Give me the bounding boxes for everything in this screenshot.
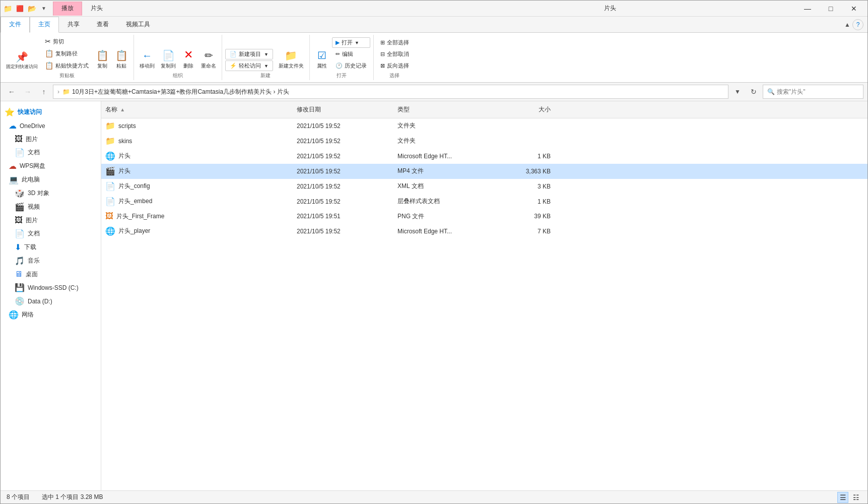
file-type: XML 文档 (393, 181, 494, 192)
sidebar-item-ssd[interactable]: 💾 Windows-SSD (C:) (1, 281, 101, 294)
open-label: 打开 (342, 39, 353, 46)
copy-path-icon: 📋 (45, 49, 53, 57)
file-type: 文件夹 (393, 136, 494, 146)
sidebar-item-pic[interactable]: 🖼 图片 (1, 214, 101, 227)
save-icon: 🟥 (15, 4, 25, 14)
sidebar-label-ssd: Windows-SSD (C:) (28, 284, 79, 291)
sidebar-item-desktop[interactable]: 🖥 桌面 (1, 268, 101, 281)
sidebar-label-pictures-od: 图片 (26, 135, 38, 144)
table-row[interactable]: 📄 片头_embed 2021/10/5 19:52 层叠样式表文档 1 KB (101, 194, 867, 209)
maximize-button[interactable]: □ (819, 1, 842, 17)
table-row[interactable]: 🎬 片头 2021/10/5 19:52 MP4 文件 3,363 KB (101, 164, 867, 179)
invert-button[interactable]: ⊠ 反向选择 (377, 60, 413, 71)
search-input[interactable] (777, 88, 859, 95)
rename-button[interactable]: ✏ 重命名 (198, 48, 219, 71)
sidebar-item-quick-access[interactable]: ⭐ 快速访问 (1, 105, 101, 119)
status-info: 8 个项目 (7, 493, 30, 501)
tab-bofang[interactable]: 播放 (53, 2, 82, 16)
select-none-button[interactable]: ⊟ 全部取消 (377, 49, 413, 59)
copy-button[interactable]: 📋 复制 (93, 48, 111, 71)
table-row[interactable]: 📁 skins 2021/10/5 19:52 文件夹 (101, 134, 867, 149)
sidebar-item-onedrive[interactable]: ☁ OneDrive (1, 119, 101, 133)
sidebar-item-download[interactable]: ⬇ 下载 (1, 240, 101, 254)
copy-path-button[interactable]: 📋 复制路径 (41, 48, 92, 59)
edit-button[interactable]: ✏ 编辑 (332, 49, 370, 59)
search-box[interactable]: 🔍 (763, 85, 863, 99)
paste-button[interactable]: 📋 粘贴 (112, 48, 130, 71)
forward-button[interactable]: → (21, 85, 35, 99)
refresh-button[interactable]: ↻ (747, 85, 761, 99)
table-row[interactable]: 📄 片头_config 2021/10/5 19:52 XML 文档 3 KB (101, 179, 867, 194)
select-all-button[interactable]: ⊞ 全部选择 (377, 37, 413, 48)
paste-shortcut-button[interactable]: 📋 粘贴快捷方式 (41, 60, 92, 71)
tab-pianto[interactable]: 片头 (82, 2, 111, 16)
move-to-button[interactable]: ← 移动到 (137, 48, 157, 71)
file-icon: 🎬 (105, 166, 115, 176)
file-list-header: 名称 ▲ 修改日期 类型 大小 (101, 101, 867, 118)
sidebar-item-network[interactable]: 🌐 网络 (1, 308, 101, 322)
file-size (494, 125, 555, 127)
sidebar-item-documents-od[interactable]: 📄 文档 (1, 146, 101, 159)
rename-icon: ✏ (205, 49, 213, 61)
col-header-type[interactable]: 类型 (393, 103, 494, 116)
organize-label: 组织 (173, 72, 183, 79)
explorer-window: 📁 🟥 📂 ▼ 播放 片头 片头 — □ ✕ 文件 主页 共享 查看 视频工具 … (0, 0, 868, 504)
file-name-text: 片头_config (118, 182, 150, 191)
new-folder-button[interactable]: 📁 新建文件夹 (276, 48, 306, 71)
back-button[interactable]: ← (5, 85, 19, 99)
tab-share[interactable]: 共享 (59, 17, 88, 32)
up-button[interactable]: ↑ (37, 85, 51, 99)
down-arrow-icon[interactable]: ▼ (39, 4, 49, 14)
sidebar-item-data[interactable]: 💿 Data (D:) (1, 294, 101, 308)
delete-label: 删除 (183, 62, 193, 70)
sidebar-item-music[interactable]: 🎵 音乐 (1, 254, 101, 268)
pin-button[interactable]: 📌 固定到快速访问 (4, 49, 40, 71)
cut-button[interactable]: ✂ 剪切 (41, 36, 92, 47)
onedrive-icon: ☁ (9, 121, 17, 131)
minimize-button[interactable]: — (796, 1, 819, 17)
easy-access-button[interactable]: ⚡ 轻松访问 ▼ (225, 60, 273, 71)
detail-view-button[interactable]: ☷ (850, 492, 861, 503)
sidebar-item-this-pc[interactable]: 💻 此电脑 (1, 173, 101, 186)
new-item-button[interactable]: 📄 新建项目 ▼ (225, 49, 273, 59)
tab-home[interactable]: 主页 (30, 17, 59, 33)
sidebar-item-3d[interactable]: 🎲 3D 对象 (1, 186, 101, 200)
tab-video-tools[interactable]: 视频工具 (117, 17, 159, 32)
file-icon: 🌐 (105, 151, 115, 161)
table-row[interactable]: 📁 scripts 2021/10/5 19:52 文件夹 (101, 118, 867, 134)
table-row[interactable]: 🖼 片头_First_Frame 2021/10/5 19:51 PNG 文件 … (101, 209, 867, 224)
properties-button[interactable]: ☑ 属性 (313, 48, 331, 71)
ribbon-collapse-icon[interactable]: ▲ (844, 21, 850, 28)
open-button[interactable]: ▶ 打开 ▼ (332, 37, 370, 48)
file-type: 层叠样式表文档 (393, 196, 494, 207)
move-icon: ← (142, 50, 152, 61)
file-date: 2021/10/5 19:52 (293, 137, 393, 146)
address-path[interactable]: › 📁 10月3日+左旋葡萄糖+Camtasia+第3篇+教你用Camtasia… (53, 85, 728, 99)
col-header-name[interactable]: 名称 ▲ (101, 103, 293, 116)
close-button[interactable]: ✕ (842, 1, 865, 17)
file-icon: 🌐 (105, 226, 115, 236)
col-header-size[interactable]: 大小 (494, 103, 555, 116)
documents-icon: 📄 (15, 148, 25, 157)
col-header-date[interactable]: 修改日期 (293, 103, 393, 116)
list-view-button[interactable]: ☰ (837, 492, 848, 503)
sidebar-item-wps[interactable]: ☁ WPS网盘 (1, 159, 101, 173)
delete-icon: ✕ (184, 48, 193, 61)
ribbon-group-open: ☑ 属性 ▶ 打开 ▼ ✏ 编辑 (310, 35, 374, 80)
sidebar-item-pictures-od[interactable]: 🖼 图片 (1, 133, 101, 146)
address-dropdown-icon[interactable]: ▼ (730, 85, 745, 99)
sidebar-item-video[interactable]: 🎬 视频 (1, 200, 101, 214)
table-row[interactable]: 🌐 片头_player 2021/10/5 19:52 Microsoft Ed… (101, 224, 867, 239)
ribbon-help-icon[interactable]: ? (852, 19, 863, 30)
delete-button[interactable]: ✕ 删除 (179, 47, 197, 71)
history-button[interactable]: 🕐 历史记录 (332, 60, 370, 71)
copy-path-label: 复制路径 (55, 50, 78, 57)
file-date: 2021/10/5 19:52 (293, 197, 393, 206)
new-item-label: 新建项目 (239, 50, 261, 58)
file-date: 2021/10/5 19:51 (293, 212, 393, 221)
copy-to-button[interactable]: 📄 复制到 (158, 48, 178, 71)
sidebar-item-doc[interactable]: 📄 文档 (1, 227, 101, 240)
tab-file[interactable]: 文件 (1, 17, 30, 33)
table-row[interactable]: 🌐 片头 2021/10/5 19:52 Microsoft Edge HT..… (101, 149, 867, 164)
tab-view[interactable]: 查看 (88, 17, 117, 32)
